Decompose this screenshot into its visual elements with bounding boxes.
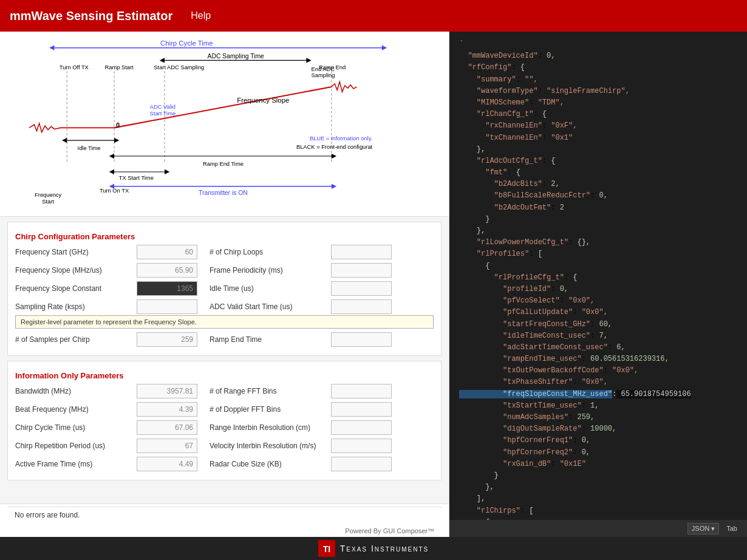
json-line: "summary": "", bbox=[459, 74, 737, 86]
json-viewer[interactable]: ` "mmWaveDeviceId": 0, "rfConfig": { "su… bbox=[449, 32, 747, 520]
doppler-fft-label: # of Doppler FFT Bins bbox=[210, 405, 331, 414]
sampling-rate-input[interactable] bbox=[137, 299, 197, 314]
json-line: "digOutSampleRate": 10000, bbox=[459, 423, 737, 435]
param-row-active-frame: Active Frame Time (ms) Radar Cube Size (… bbox=[15, 457, 434, 471]
svg-marker-32 bbox=[109, 169, 114, 174]
ramp-end-label: Ramp End Time bbox=[210, 335, 331, 344]
samples-input[interactable] bbox=[137, 332, 197, 347]
param-row-samples: # of Samples per Chirp Ramp End Time bbox=[15, 332, 434, 347]
svg-marker-5 bbox=[160, 58, 165, 63]
json-line: }, bbox=[459, 482, 737, 493]
json-line: "startFreqConst_GHz": 60, bbox=[459, 319, 737, 330]
active-frame-input[interactable] bbox=[137, 457, 197, 471]
json-line: "idleTimeConst_usec": 7, bbox=[459, 330, 737, 342]
idle-time-group: Idle Time (us) bbox=[210, 281, 434, 296]
json-line: "adcStartTimeConst_usec": 6, bbox=[459, 342, 737, 353]
json-line: "rxChannelEn": "0xF", bbox=[459, 120, 737, 132]
velocity-interbin-group: Velocity Interbin Resolution (m/s) bbox=[210, 439, 434, 453]
params-area: Chirp Configuration Parameters Frequency… bbox=[0, 217, 449, 504]
velocity-interbin-input[interactable] bbox=[331, 439, 392, 453]
range-interbin-input[interactable] bbox=[331, 420, 392, 435]
doppler-fft-input[interactable] bbox=[331, 402, 392, 417]
frame-period-input[interactable] bbox=[331, 263, 392, 278]
json-line: ` bbox=[459, 39, 737, 50]
samples-label: # of Samples per Chirp bbox=[15, 335, 137, 344]
svg-text:Ramp End Time: Ramp End Time bbox=[203, 161, 244, 167]
powered-by: Powered By GUI Composer™ bbox=[7, 526, 442, 536]
idle-time-input[interactable] bbox=[331, 281, 392, 296]
doppler-fft-group: # of Doppler FFT Bins bbox=[210, 402, 434, 417]
svg-text:Start Time: Start Time bbox=[150, 111, 176, 117]
help-button[interactable]: Help bbox=[191, 10, 211, 21]
param-row-chirp-cycle: Chirp Cycle Time (us) Range Interbin Res… bbox=[15, 420, 434, 435]
bandwidth-label: Bandwidth (MHz) bbox=[15, 387, 137, 395]
svg-marker-24 bbox=[62, 138, 67, 143]
svg-text:Sampling: Sampling bbox=[312, 72, 335, 78]
svg-text:TX Start Time: TX Start Time bbox=[119, 175, 154, 181]
chirp-cycle-input[interactable] bbox=[137, 420, 197, 435]
svg-text:Start ADC Sampling: Start ADC Sampling bbox=[154, 64, 204, 70]
adc-valid-input[interactable] bbox=[331, 299, 392, 314]
json-line: "rfConfig": { bbox=[459, 62, 737, 73]
freq-slope-const-input[interactable] bbox=[137, 281, 197, 296]
tab-item[interactable]: Tab bbox=[721, 524, 742, 533]
range-fft-input[interactable] bbox=[331, 384, 392, 398]
beat-freq-input[interactable] bbox=[137, 402, 197, 417]
frame-period-label: Frame Periodicity (ms) bbox=[210, 266, 331, 275]
json-line: "pfCalLutUpdate": "0x0", bbox=[459, 307, 737, 318]
param-row-sampling: Sampling Rate (ksps) ADC Valid Start Tim… bbox=[15, 299, 434, 314]
chirp-loops-input[interactable] bbox=[331, 245, 392, 259]
radar-cube-input[interactable] bbox=[331, 457, 392, 471]
svg-marker-6 bbox=[306, 58, 311, 63]
json-line: "MIMOScheme": "TDM", bbox=[459, 97, 737, 109]
chirp-rep-input[interactable] bbox=[137, 439, 197, 453]
beat-freq-label: Beat Frequency (MHz) bbox=[15, 405, 137, 414]
json-line: "b2AdcBits": 2, bbox=[459, 179, 737, 190]
json-line: "txOutPowerBackoffCode": "0x0", bbox=[459, 365, 737, 377]
svg-text:Frequency: Frequency bbox=[35, 192, 61, 198]
freq-start-label: Frequency Start (GHz) bbox=[15, 248, 137, 256]
ramp-end-input[interactable] bbox=[331, 332, 392, 347]
json-tab[interactable]: JSON ▾ bbox=[687, 523, 719, 534]
json-line: "txChannelEn": "0x1" bbox=[459, 132, 737, 144]
info-section-title: Information Only Parameters bbox=[15, 371, 434, 380]
json-line: }, bbox=[459, 144, 737, 155]
range-fft-label: # of Range FFT Bins bbox=[210, 387, 331, 395]
chirp-config-section: Chirp Configuration Parameters Frequency… bbox=[7, 222, 442, 356]
json-line: "txStartTime_usec": 1, bbox=[459, 400, 737, 412]
ramp-end-group: Ramp End Time bbox=[210, 332, 434, 347]
param-row-freq-slope-const: Frequency Slope Constant Idle Time (us) bbox=[15, 281, 434, 296]
info-config-section: Information Only Parameters Bandwidth (M… bbox=[7, 361, 442, 480]
adc-valid-group: ADC Valid Start Time (us) bbox=[210, 299, 434, 314]
json-line: "rlChirps": [ bbox=[459, 505, 737, 517]
json-line: { bbox=[459, 261, 737, 272]
svg-text:Start: Start bbox=[42, 199, 54, 205]
diagram-area: Chirp Cycle Time ADC Sampling Time Turn … bbox=[0, 32, 449, 217]
json-line: "rlProfileCfg_t": { bbox=[459, 272, 737, 284]
json-line: } bbox=[459, 214, 737, 225]
svg-marker-33 bbox=[165, 169, 169, 174]
chirp-loops-group: # of Chirp Loops bbox=[210, 245, 434, 259]
left-panel: Chirp Cycle Time ADC Sampling Time Turn … bbox=[0, 32, 449, 537]
freq-slope-input[interactable] bbox=[137, 263, 197, 278]
json-line: } bbox=[459, 470, 737, 482]
freq-start-input[interactable] bbox=[137, 245, 197, 259]
svg-marker-25 bbox=[114, 138, 119, 143]
svg-text:0: 0 bbox=[116, 122, 120, 129]
svg-text:TI: TI bbox=[323, 544, 330, 554]
param-row-beat-freq: Beat Frequency (MHz) # of Doppler FFT Bi… bbox=[15, 402, 434, 417]
json-line: "waveformType": "singleFrameChirp", bbox=[459, 86, 737, 97]
json-line: "b8FullScaleReducFctr": 0, bbox=[459, 190, 737, 202]
freq-slope-const-label: Frequency Slope Constant bbox=[15, 284, 137, 293]
svg-text:Turn Off TX: Turn Off TX bbox=[60, 64, 89, 70]
param-row-freq-slope: Frequency Slope (MHz/us) Frame Periodici… bbox=[15, 263, 434, 278]
bandwidth-input[interactable] bbox=[137, 384, 197, 398]
svg-marker-1 bbox=[49, 46, 54, 50]
json-line: "hpfCornerFreq2": 0, bbox=[459, 447, 737, 459]
chirp-rep-label: Chirp Repetition Period (us) bbox=[15, 442, 137, 450]
tooltip-box: Register-level parameter to represent th… bbox=[15, 315, 434, 329]
svg-marker-41 bbox=[332, 184, 336, 189]
status-area: No errors are found. Powered By GUI Comp… bbox=[0, 504, 449, 537]
json-line: "rampEndTime_usec": 60.05615316239316, bbox=[459, 353, 737, 365]
svg-text:Turn On TX: Turn On TX bbox=[100, 188, 129, 194]
